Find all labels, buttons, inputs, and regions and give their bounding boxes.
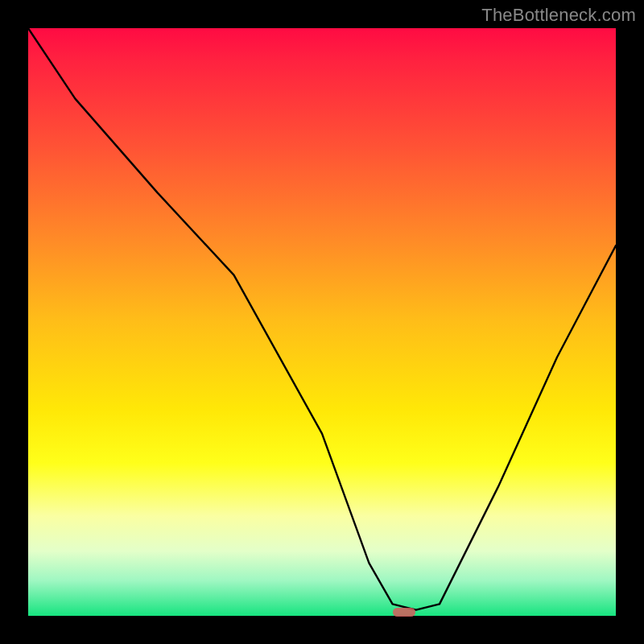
optimal-marker xyxy=(393,608,415,617)
bottleneck-curve xyxy=(28,28,616,616)
curve-path xyxy=(28,28,616,610)
plot-area xyxy=(28,28,616,616)
chart-container: TheBottleneck.com xyxy=(0,0,644,644)
watermark-text: TheBottleneck.com xyxy=(481,5,636,26)
